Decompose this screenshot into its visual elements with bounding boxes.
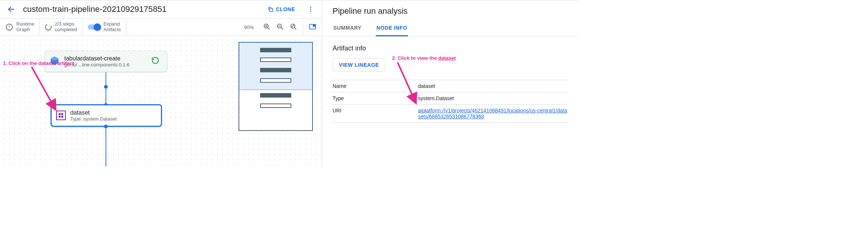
info-row-uri: URI aiplatform://v1/projects/46214106849… bbox=[333, 105, 568, 123]
node-title: tabulardataset-create bbox=[64, 55, 144, 62]
svg-line-10 bbox=[32, 67, 55, 109]
progress-spinner-icon bbox=[44, 23, 53, 31]
edge-artifact-down bbox=[106, 126, 106, 167]
svg-rect-9 bbox=[313, 24, 315, 26]
zoom-out-icon[interactable] bbox=[276, 23, 284, 32]
annotation-2-arrow bbox=[394, 60, 424, 109]
minimap-bar bbox=[260, 57, 291, 62]
view-lineage-button[interactable]: VIEW LINEAGE bbox=[333, 58, 385, 72]
minimap-bar bbox=[260, 93, 291, 98]
minimap-bar bbox=[260, 68, 291, 72]
runtime-graph-tab[interactable]: Runtime Graph bbox=[0, 19, 40, 36]
info-value: dataset bbox=[418, 80, 568, 92]
runtime-graph-label-1: Runtime bbox=[16, 22, 34, 27]
tab-node-info[interactable]: NODE INFO bbox=[376, 21, 408, 36]
more-menu-icon[interactable] bbox=[304, 3, 317, 16]
node-refresh-icon[interactable] bbox=[148, 55, 162, 68]
info-row-type: Type system.Dataset bbox=[333, 92, 568, 105]
page-title: custom-train-pipeline-20210929175851 bbox=[23, 4, 166, 14]
svg-point-1 bbox=[310, 7, 311, 8]
minimap-bar bbox=[260, 78, 291, 83]
steps-label-1: 2/3 steps bbox=[55, 22, 77, 27]
minimap-bar bbox=[260, 48, 291, 52]
tab-summary[interactable]: SUMMARY bbox=[333, 21, 362, 36]
svg-point-3 bbox=[310, 11, 311, 12]
edge-port-mid bbox=[104, 85, 108, 89]
expand-artifacts-toggle-cell: Expand Artifacts bbox=[82, 19, 126, 36]
svg-point-2 bbox=[310, 9, 311, 10]
annotation-1-arrow bbox=[30, 65, 74, 117]
node-subtitle: gcr.io/…line-components:0.1.6 bbox=[64, 62, 144, 68]
info-value: system.Dataset bbox=[418, 92, 568, 105]
uri-link[interactable]: aiplatform://v1/projects/462141068491/lo… bbox=[418, 108, 567, 119]
svg-line-11 bbox=[398, 62, 415, 102]
annotation-2: 2. Click to view the dataset bbox=[392, 55, 456, 61]
clone-button[interactable]: CLONE bbox=[263, 4, 299, 15]
minimap[interactable] bbox=[239, 42, 313, 131]
steps-label-2: completed bbox=[55, 27, 77, 33]
svg-rect-0 bbox=[269, 9, 272, 11]
zoom-in-icon[interactable] bbox=[263, 23, 271, 32]
toggle-minimap-icon[interactable] bbox=[308, 23, 317, 32]
artifact-subtitle: Type: system.Dataset bbox=[70, 116, 156, 122]
info-row-name: Name dataset bbox=[333, 80, 568, 92]
clone-button-label: CLONE bbox=[276, 6, 295, 12]
expand-label-2: Artifacts bbox=[103, 27, 121, 33]
expand-label-1: Expand bbox=[103, 22, 121, 27]
expand-artifacts-toggle[interactable] bbox=[88, 24, 100, 30]
back-arrow-icon[interactable] bbox=[4, 3, 18, 16]
pipeline-canvas[interactable]: tabulardataset-create gcr.io/…line-compo… bbox=[0, 36, 322, 167]
runtime-graph-label-2: Graph bbox=[16, 27, 34, 33]
zoom-reset-icon[interactable] bbox=[289, 23, 298, 32]
artifact-title: dataset bbox=[70, 109, 156, 116]
minimap-bar bbox=[260, 103, 291, 108]
side-panel-title: Pipeline run analysis bbox=[333, 6, 568, 16]
edge-comp-to-artifact bbox=[106, 72, 106, 105]
zoom-percent: 90% bbox=[240, 24, 258, 30]
artifact-info-heading: Artifact info bbox=[333, 45, 568, 52]
steps-progress: 2/3 steps completed bbox=[40, 19, 82, 36]
